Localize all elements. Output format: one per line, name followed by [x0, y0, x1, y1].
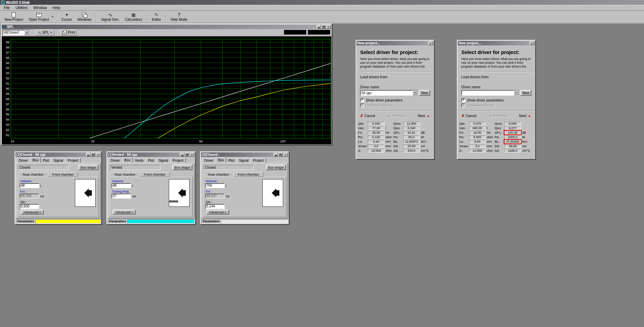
tab-signal[interactable]: Signal	[236, 158, 251, 163]
menu-help[interactable]: Help	[50, 5, 63, 10]
tab-vents[interactable]: Vents	[132, 158, 146, 163]
chevron-down-icon[interactable]: ▼	[412, 90, 417, 95]
tab-front-chamber[interactable]: Front chamber	[233, 172, 263, 177]
main-toolbar: New ProjectOpen Project▼CursorWindowsSig…	[0, 11, 644, 23]
tab-plot[interactable]: Plot	[226, 158, 237, 163]
field-input[interactable]: 48	[112, 183, 131, 188]
advanced-button[interactable]: Advanced->	[113, 210, 136, 214]
field-input[interactable]: 37	[112, 194, 131, 198]
maximize-button[interactable]	[185, 153, 189, 157]
y-axis-label: 91	[6, 82, 9, 85]
new-driver-button[interactable]: New	[520, 90, 531, 96]
spl-window-titlebar[interactable]: ∿ SPL ×	[2, 25, 331, 29]
spl-plot[interactable]: 8182838485868788899091929394959697989910…	[2, 36, 331, 144]
field-input[interactable]: 0,144	[205, 204, 225, 209]
tab-rear-chamber[interactable]: Rear chamber	[110, 172, 140, 177]
tab-rear-chamber[interactable]: Rear chamber	[18, 172, 48, 177]
window-titlebar[interactable]: [4]Closed : ×	[201, 152, 288, 157]
tab-front-chamber[interactable]: Front chamber	[48, 172, 78, 177]
show-driver-parameters-checkbox[interactable]	[461, 98, 465, 102]
tab-signal[interactable]: Signal	[156, 158, 171, 163]
chevron-down-icon[interactable]: ▼	[24, 30, 29, 35]
graph-type-button[interactable]: ∿ SPL ▼	[36, 29, 54, 35]
calculators-button[interactable]: Calculators	[122, 11, 145, 22]
y-axis-label: 88	[6, 97, 9, 101]
driver-name-select[interactable]: ▼	[461, 90, 519, 96]
box-shape-button[interactable]: Box shape	[266, 165, 286, 170]
editor-button[interactable]: Editor	[149, 11, 164, 22]
load-drivers-label: Load drivers from:	[360, 75, 430, 79]
tab-rear-chamber[interactable]: Rear chamber	[203, 172, 234, 177]
tab-front-chamber[interactable]: Front chamber	[140, 172, 170, 177]
field-input[interactable]: 750	[205, 183, 225, 188]
tab-driver[interactable]: Driver	[108, 158, 122, 163]
cursor-button[interactable]: Cursor	[59, 11, 75, 22]
cancel-button[interactable]: ✗ Cancel	[360, 114, 375, 118]
driver-name-select[interactable]: 50 гдн ▼	[360, 90, 418, 96]
tab-plot[interactable]: Plot	[41, 158, 51, 163]
field-input[interactable]: 0,550	[20, 204, 39, 209]
tab-project[interactable]: Project	[170, 158, 186, 163]
tab-box[interactable]: Box	[216, 157, 226, 163]
main-window-titlebar[interactable]: WinISD 0.50a6	[0, 0, 644, 5]
tab-driver[interactable]: Driver	[16, 158, 31, 163]
tab-plot[interactable]: Plot	[146, 158, 156, 163]
close-button[interactable]: ×	[428, 41, 433, 45]
new-driver-button[interactable]: New	[419, 90, 430, 96]
param-row: Xmax:4,0mmDd:20,59cm	[358, 144, 432, 148]
close-button[interactable]: ×	[190, 153, 194, 157]
minimize-button[interactable]	[273, 153, 278, 157]
param-unit: ohm	[486, 135, 495, 139]
maximize-button[interactable]	[321, 25, 326, 29]
field-input[interactable]: 48	[20, 183, 39, 188]
cancel-button[interactable]: ✗ Cancel	[461, 114, 476, 118]
next-button[interactable]: Next -►	[418, 114, 430, 118]
project-select[interactable]: [4]Closed : ▼	[2, 30, 29, 35]
dialog-titlebar[interactable]: New project... ×	[357, 41, 434, 45]
print-button[interactable]: Print	[60, 29, 77, 35]
help-mode-button[interactable]: Help Mode	[168, 11, 190, 22]
x-axis-label: 20	[91, 140, 94, 143]
close-button[interactable]: ×	[326, 25, 331, 29]
tab-signal[interactable]: Signal	[51, 158, 66, 163]
tab-box[interactable]: Box	[122, 157, 133, 163]
field-row: 48l	[20, 183, 57, 188]
window-titlebar[interactable]: [1]Vented : 50 гдн ×	[107, 152, 195, 157]
minimize-button[interactable]	[86, 153, 90, 157]
signal-gen-button[interactable]: Signal Gen.	[98, 11, 122, 22]
open-project-button[interactable]: Open Project	[26, 11, 52, 22]
tab-box[interactable]: Box	[30, 157, 41, 163]
window-titlebar[interactable]: [2]Closed : 50 гдн ×	[16, 152, 101, 157]
open-project-dropdown-icon[interactable]: ▼	[51, 11, 54, 22]
minimize-button[interactable]	[316, 25, 321, 29]
help-mode-label: Help Mode	[171, 18, 187, 21]
y-axis-label: 97	[6, 51, 9, 54]
field-unit: Hz	[40, 194, 44, 198]
tab-project[interactable]: Project	[65, 158, 81, 163]
maximize-button[interactable]	[278, 153, 283, 157]
show-driver-parameters-checkbox[interactable]	[360, 98, 364, 102]
advanced-button[interactable]: Advanced->	[206, 210, 229, 214]
menu-window[interactable]: Window	[31, 5, 50, 10]
advanced-button[interactable]: Advanced->	[21, 210, 44, 214]
chevron-down-icon[interactable]: ▼	[514, 90, 519, 95]
minimize-button[interactable]	[180, 153, 184, 157]
tab-driver[interactable]: Driver	[202, 158, 216, 163]
close-button[interactable]: ×	[96, 153, 100, 157]
close-button[interactable]: ×	[530, 41, 534, 45]
field-row: 48l	[112, 183, 149, 188]
windows-button[interactable]: Windows	[75, 11, 94, 22]
box-shape-button[interactable]: Box shape	[78, 165, 98, 170]
menu-file[interactable]: File	[1, 5, 13, 10]
maximize-button[interactable]	[91, 153, 95, 157]
next-button[interactable]: Next -►	[519, 114, 531, 118]
box-shape-button[interactable]: Box shape	[172, 165, 192, 170]
close-button[interactable]: ×	[283, 153, 288, 157]
window-title: [2]Closed : 50 гдн	[16, 153, 46, 157]
dialog-titlebar[interactable]: New project... ×	[458, 41, 535, 45]
new-project-button[interactable]: New Project	[2, 11, 26, 22]
tab-project[interactable]: Project	[251, 158, 266, 163]
menu-utilities[interactable]: Utilities	[13, 5, 31, 10]
status-color-bar	[221, 219, 288, 223]
param-value: 0,40	[368, 140, 384, 143]
